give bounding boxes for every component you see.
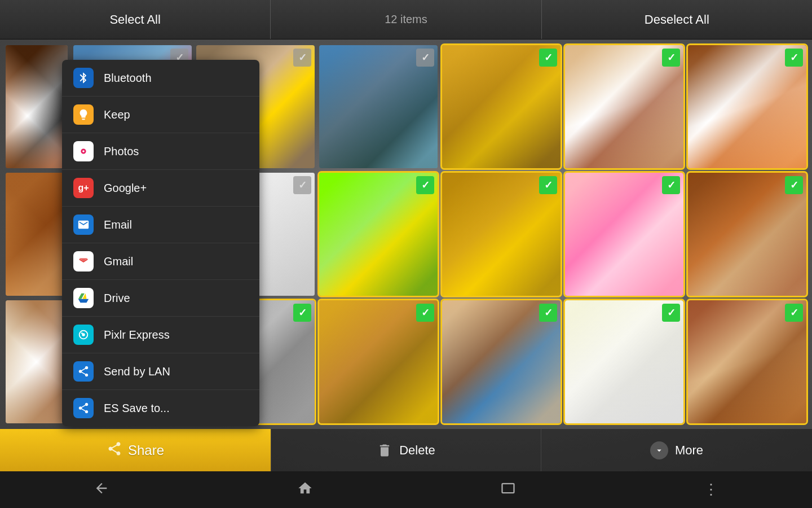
essave-label: ES Save to... <box>104 402 170 415</box>
menu-item-email[interactable]: Email <box>62 207 259 243</box>
bluetooth-icon <box>73 68 94 88</box>
pixlr-icon <box>73 325 94 345</box>
checkbox-14[interactable]: ✓ <box>293 304 311 322</box>
grid-cell-6[interactable]: ✓ <box>688 45 806 168</box>
menu-item-sendbylan[interactable]: Send by LAN <box>62 353 259 390</box>
grid-cell-17[interactable]: ✓ <box>565 300 683 423</box>
checkbox-9[interactable]: ✓ <box>416 176 434 194</box>
checkbox-10[interactable]: ✓ <box>539 176 557 194</box>
menu-item-essave[interactable]: ES Save to... <box>62 390 259 426</box>
sendbylan-icon <box>73 361 94 382</box>
bluetooth-label: Bluetooth <box>104 72 152 85</box>
checkbox-16[interactable]: ✓ <box>539 304 557 322</box>
checkbox-5[interactable]: ✓ <box>662 49 680 67</box>
grid-cell-16[interactable]: ✓ <box>442 300 561 423</box>
deselect-all-button[interactable]: Deselect All <box>541 0 812 39</box>
pixlr-label: Pixlr Express <box>104 329 170 341</box>
grid-cell-11[interactable]: ✓ <box>565 173 683 296</box>
photos-icon <box>73 141 94 161</box>
nav-bar: ⋮ <box>0 471 812 508</box>
drive-icon <box>73 288 94 308</box>
recents-button[interactable] <box>489 475 527 505</box>
checkbox-11[interactable]: ✓ <box>662 176 680 194</box>
checkbox-17[interactable]: ✓ <box>662 304 680 322</box>
grid-cell-10[interactable]: ✓ <box>442 173 561 296</box>
gmail-icon <box>73 251 94 271</box>
grid-cell-9[interactable]: ✓ <box>319 173 438 296</box>
menu-item-googleplus[interactable]: g+ Google+ <box>62 170 259 207</box>
sendbylan-label: Send by LAN <box>104 365 170 378</box>
select-all-button[interactable]: Select All <box>0 0 271 39</box>
menu-item-photos[interactable]: Photos <box>62 133 259 170</box>
home-icon <box>297 480 313 500</box>
gmail-label: Gmail <box>104 255 133 268</box>
strip-thumb-1[interactable] <box>6 45 68 168</box>
item-count-label: 12 items <box>385 13 427 26</box>
email-label: Email <box>104 218 132 231</box>
top-bar: Select All 12 items Deselect All <box>0 0 812 40</box>
strip-thumb-2[interactable] <box>6 173 68 296</box>
share-label: Share <box>128 443 164 458</box>
back-icon <box>94 480 109 500</box>
keep-label: Keep <box>104 108 130 121</box>
left-strip <box>6 45 68 423</box>
googleplus-icon: g+ <box>73 178 94 198</box>
grid-cell-4[interactable]: ✓ <box>442 45 561 168</box>
photos-label: Photos <box>104 145 139 158</box>
grid-cell-12[interactable]: ✓ <box>688 173 806 296</box>
essave-icon <box>73 398 94 418</box>
options-icon: ⋮ <box>704 481 718 498</box>
grid-cell-18[interactable]: ✓ <box>688 300 806 423</box>
grid-cell-15[interactable]: ✓ <box>319 300 438 423</box>
select-all-label: Select All <box>109 12 161 27</box>
menu-item-pixlr[interactable]: Pixlr Express <box>62 317 259 353</box>
menu-item-bluetooth[interactable]: Bluetooth <box>62 60 259 97</box>
home-button[interactable] <box>286 475 324 505</box>
share-icon <box>107 441 122 460</box>
recents-icon <box>500 480 516 500</box>
svg-rect-4 <box>502 483 514 492</box>
delete-label: Delete <box>399 443 435 458</box>
more-button[interactable]: More <box>541 429 812 471</box>
deselect-all-label: Deselect All <box>645 12 709 27</box>
grid-cell-5[interactable]: ✓ <box>565 45 683 168</box>
menu-item-keep[interactable]: Keep <box>62 97 259 133</box>
share-button[interactable]: Share <box>0 429 271 471</box>
trash-icon <box>377 443 392 458</box>
menu-item-drive[interactable]: Drive <box>62 280 259 317</box>
options-button[interactable]: ⋮ <box>692 475 730 504</box>
checkbox-3[interactable]: ✓ <box>416 49 434 67</box>
checkbox-15[interactable]: ✓ <box>416 304 434 322</box>
strip-thumb-3[interactable] <box>6 300 68 423</box>
action-bar: Share Delete More <box>0 429 812 471</box>
checkbox-4[interactable]: ✓ <box>539 49 557 67</box>
delete-button[interactable]: Delete <box>271 429 541 471</box>
drive-label: Drive <box>104 292 130 305</box>
keep-icon <box>73 104 94 125</box>
checkbox-2[interactable]: ✓ <box>293 49 311 67</box>
svg-point-3 <box>81 332 83 334</box>
email-icon <box>73 214 94 235</box>
back-button[interactable] <box>82 475 121 505</box>
share-popup-menu: Bluetooth Keep Photos g+ Google+ <box>62 60 259 426</box>
checkbox-18[interactable]: ✓ <box>785 304 803 322</box>
checkbox-6[interactable]: ✓ <box>785 49 803 67</box>
item-count-section: 12 items <box>271 0 541 39</box>
checkbox-12[interactable]: ✓ <box>785 176 803 194</box>
svg-point-0 <box>82 150 85 152</box>
menu-item-gmail[interactable]: Gmail <box>62 243 259 280</box>
more-icon <box>650 441 668 459</box>
more-label: More <box>675 443 703 458</box>
checkbox-8[interactable]: ✓ <box>293 176 311 194</box>
googleplus-label: Google+ <box>104 182 147 195</box>
grid-cell-3[interactable]: ✓ <box>319 45 438 168</box>
